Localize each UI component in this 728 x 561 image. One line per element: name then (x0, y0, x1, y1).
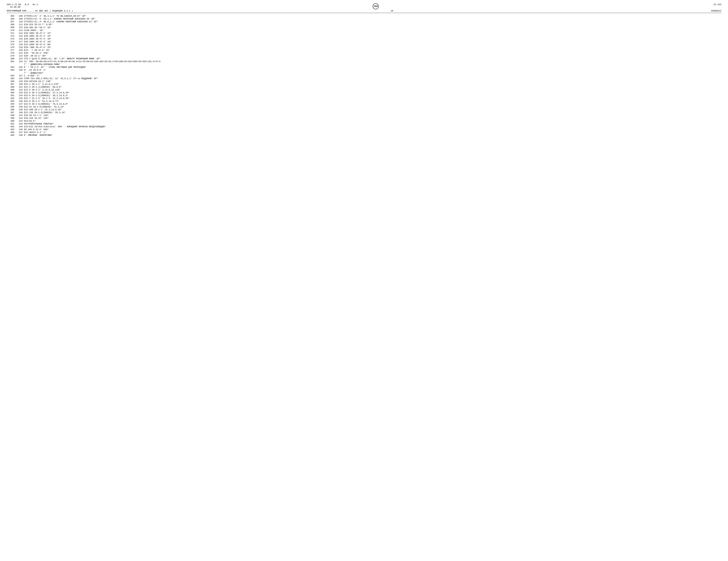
col-text: Е20-1003 20-47-1' 15* (23, 35, 721, 37)
col-n1: 397 (7, 111, 15, 114)
col-text: Е22-7 22-1-3' 20-1-3' 22,3,14,0,56* (23, 97, 721, 100)
table-row: 389132Е22-4 20-1-2' 3,14,0,32,118* (7, 88, 721, 91)
col-n2: 113 (15, 29, 23, 32)
col-text: Е22-136 20-1-5(20001Б)' 55,3,14* (23, 111, 721, 114)
col-text: Е22-1 20-1-1' 3,14,0,2,270* (23, 83, 721, 86)
col-n1: 395 (7, 105, 15, 108)
table-row: 392135Е22-7 22-1-3' 20-1-3' 22,3,14,0,56… (7, 97, 721, 100)
table-row: 403146Е8-194 8-22-6' 640* (7, 128, 721, 131)
col-n1 (7, 63, 15, 66)
col-n2: 116 (15, 37, 23, 40)
col-text: Е22-9 20-1-5(20001Б)' 76,3,14,0,8* (23, 103, 721, 105)
table-row: 381124С1' 305' 50+40+20+4+37+31,6+30+19+… (7, 60, 721, 63)
right-code: 21-133 (714, 3, 721, 6)
col-n2: 144 (15, 122, 23, 125)
col-n1: 372 (7, 35, 15, 37)
col-n2: 146 (15, 128, 23, 131)
col-n2: 106 (15, 15, 23, 17)
col-text: Е22-109 20-1-1' 25,3,14,0,28* (23, 108, 721, 111)
col-text: П#СТРОИТЕЛЬНЫЕ РАБОТЫ#* (23, 122, 721, 125)
col-text: Е20-597#20-18-2' 140* (23, 80, 721, 83)
table-row: 402145Е15-612 15=414-2(А1=114)' 650' ' А… (7, 125, 721, 128)
col-n1: 378 (7, 52, 15, 54)
col-text: Е20-524 20-11-7' 0,95* (23, 23, 721, 26)
col-n2 (15, 63, 23, 66)
col-n2: 132 (15, 88, 23, 91)
table-row: 373116Е20-1003 20-47-2' 10* (7, 37, 721, 40)
table-row: 366109СТТОТЕ(=3)' 6' 58,1,1' КЛАПАН ОБРА… (7, 17, 721, 20)
col-text: Е22-46#22-3-4' 1* (23, 131, 721, 134)
col-n2: 131 (15, 86, 23, 88)
header-center: 143 (373, 3, 379, 9)
col-n1: 375 (7, 43, 15, 46)
col-n1: 380 (7, 57, 15, 60)
col-text: Е20-1003 20-47-2' 10* (23, 37, 721, 40)
col-text: СТП 2 Ц143 П,2695(=3)' 30' 7,97' ФИЛЬТР … (23, 57, 721, 60)
col-text: С130-2668', 10* (23, 29, 721, 32)
col-n1: 391 (7, 94, 15, 97)
table-row: 394137Е22-9 20-1-5(20001Б)' 76,3,14,0,8* (7, 103, 721, 105)
table-row: 401144П#СТРОИТЕЛЬНЫЕ РАБОТЫ#* (7, 122, 721, 125)
col-n2: 126 (15, 69, 23, 71)
prog-line: ПРОГРАММНЫЙ КОМ...... КС АВС-ЗЕС ( РЕДАК… (7, 10, 721, 13)
table-row: 369112Е20-485 20-⁴10-2' 10* (7, 26, 721, 29)
col-n1: 374 (7, 40, 15, 43)
page-circle: 143 (373, 3, 379, 9)
col-n1: 369 (7, 26, 15, 29)
col-n1: 366 (7, 17, 15, 20)
table-row: 398141Е16-36 16-7-1' 110* (7, 114, 721, 117)
col-n1: 385 (7, 77, 15, 80)
col-text: Е20-1004 20-47-3' 10* (23, 40, 721, 43)
col-text: К' ХМЕЛЕВА' НЕБРИТОВА* (23, 134, 721, 137)
col-text: СТПР-Т24-15П,2-655(=3)' 11' 43,5,1,1' СТ… (23, 77, 721, 80)
col-n2: 123 (15, 57, 23, 60)
col-n2: 127 (15, 74, 23, 77)
table-row: 393136Е22-8 20-1-4' 54,3,14,0,71* (7, 100, 721, 103)
col-n2: 133 (15, 91, 23, 94)
col-text: Е22-6 20-1-2(20001Б)' 20,3,14,0,5* (23, 94, 721, 97)
col-text: Е22-32 20-1-5(20801Б)' 43,3,14* (23, 105, 721, 108)
col-n2: 140 (15, 111, 23, 114)
col-n1: 405 (7, 134, 15, 137)
table-row: 390133Е22-5 20-1-2(20001Б)' 57,3,14,0,45… (7, 91, 721, 94)
col-n2: 141 (15, 114, 23, 117)
col-n2: 119 (15, 46, 23, 49)
col-n1: 394 (7, 103, 15, 105)
col-n1: 367 (7, 20, 15, 23)
table-row: 383126Е! .23 20-8-8' 1* (7, 69, 721, 71)
col-text: 7' ' ДИФФУЗОРЫ,КОРОБКИ,РАМЫ* (23, 63, 721, 66)
col-n2: 136 (15, 100, 23, 103)
col-text: Е20-485 20-⁴10-2' 10* (23, 26, 721, 29)
data-table: 365106СТТОТЕ(=3)' 2' 40,4,1,1' ТО ЖЕ,АЗЕ… (7, 15, 721, 137)
table-row: 7' ' ДИФФУЗОРЫ,КОРОБКИ,РАМЫ* (7, 63, 721, 66)
table-row: 375118Е23-1005 20-47-4' 80* (7, 43, 721, 46)
col-n2: 145 (15, 125, 23, 128)
col-n1: 392 (7, 97, 15, 100)
header-top: 503-1-72.89 А.9 Кн.1 15.06.89 143 21-133 (7, 3, 721, 9)
col-n1: 400 (7, 120, 15, 122)
table-row: 367110СТТОТЕ(=3)',4' 98,8,1,1' КЛАПАН ОБ… (7, 20, 721, 23)
table-row: 397140Е22-136 20-1-5(20001Б)' 55,3,14* (7, 111, 721, 114)
col-n1: 368 (7, 23, 15, 26)
table-row: 372115Е20-1003 20-47-1' 15* (7, 35, 721, 37)
prog-center: 16 (391, 10, 393, 12)
col-n2: 112 (15, 26, 23, 29)
sub-date: 15.06.89 (7, 6, 38, 8)
col-text: СТТОТЕ(=3)' 6' 58,1,1' КЛАПАН ОБРАТНЫЙ А… (23, 17, 721, 20)
col-n2: 124 (15, 60, 23, 63)
table-row: 405148К' ХМЕЛЕВА' НЕБРИТОВА* (7, 134, 721, 137)
doc-code: 503-1-72.89 А.9 Кн.1 (7, 3, 38, 6)
col-n1: 373 (7, 37, 15, 40)
table-row: 391134Е22-6 20-1-2(20001Б)' 20,3,14,0,5* (7, 94, 721, 97)
table-row: 376119Е20-'006 20-47-5' 25* (7, 46, 721, 49)
table-row: 395138Е22-32 20-1-5(20801Б)' 43,3,14* (7, 105, 721, 108)
col-n2: 138 (15, 105, 23, 108)
col-n1: 402 (7, 125, 15, 128)
col-n1: 387 (7, 83, 15, 86)
col-n1: 365 (7, 15, 15, 17)
col-text: Е22-8 20-1-4' 54,3,14,0,71* (23, 100, 721, 103)
col-n2: 130 (15, 83, 23, 86)
col-n2: 121 (15, 52, 23, 54)
col-text: Е20-1002 20-47-1' 15* (23, 32, 721, 35)
col-text: Н12=16,5* (23, 120, 721, 122)
